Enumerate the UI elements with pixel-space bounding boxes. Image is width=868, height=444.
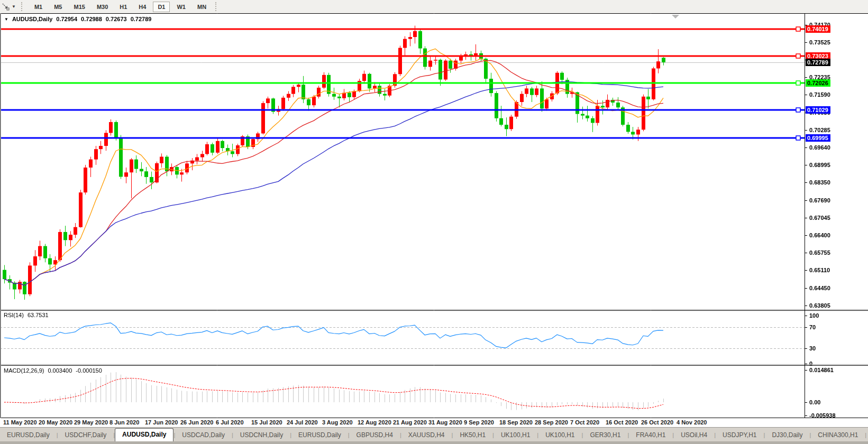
tool-dropdown-caret[interactable]: ▼ <box>12 4 16 9</box>
chart-tab-uk100-h1[interactable]: UK100,H1 <box>538 429 581 441</box>
time-axis-label: 21 Aug 2020 <box>393 419 427 426</box>
time-axis-label: 11 May 2020 <box>3 419 37 426</box>
cursor-tool-icon[interactable] <box>1 3 11 11</box>
time-axis-label: 6 Jul 2020 <box>216 419 244 426</box>
timeframe-w1[interactable]: W1 <box>172 2 190 12</box>
rsi-header: RSI(14) 63.7531 <box>4 312 49 318</box>
time-axis-label: 16 Oct 2020 <box>606 419 638 426</box>
toolbar-grip[interactable] <box>21 2 24 11</box>
time-axis-label: 26 Oct 2020 <box>641 419 673 426</box>
chart-tab-usdchf-daily[interactable]: USDCHF,Daily <box>58 429 114 441</box>
chart-tab-ger30-h1[interactable]: GER30,H1 <box>583 429 627 441</box>
timeframe-h4[interactable]: H4 <box>134 2 151 12</box>
time-axis-label: 8 Jun 2020 <box>109 419 139 426</box>
toolbar-grip-2 <box>215 2 218 11</box>
price-chart-canvas[interactable] <box>0 13 868 419</box>
time-axis-label: 31 Aug 2020 <box>428 419 462 426</box>
macd-label: MACD(12,26,9) <box>4 367 44 374</box>
timeframe-h1[interactable]: H1 <box>115 2 132 12</box>
time-axis-label: 4 Nov 2020 <box>677 419 707 426</box>
chart-low-value: 0.72673 <box>106 16 127 22</box>
timeframe-d1[interactable]: D1 <box>153 2 170 12</box>
chart-tab-usdcad-daily[interactable]: USDCAD,Daily <box>175 429 232 441</box>
chart-menu-caret[interactable]: ▼ <box>4 17 8 22</box>
rsi-label: RSI(14) <box>4 312 24 318</box>
macd-signal-value: -0.000150 <box>76 367 102 374</box>
timeframe-m15[interactable]: M15 <box>69 2 89 12</box>
bottom-strip <box>0 441 868 444</box>
timeframe-m5[interactable]: M5 <box>49 2 67 12</box>
time-axis-label: 3 Aug 2020 <box>322 419 353 426</box>
top-toolbar: ▼ M1 M5 M15 M30 H1 H4 D1 W1 MN <box>0 0 868 13</box>
level-price-badge: 0.74019 <box>806 25 830 33</box>
chart-tab-audusd-daily[interactable]: AUDUSD,Daily <box>115 428 173 442</box>
time-axis: 11 May 202020 May 202029 May 20208 Jun 2… <box>0 418 868 427</box>
level-price-badge: 0.72026 <box>806 79 830 87</box>
chart-tab-eurusd-daily[interactable]: EURUSD,Daily <box>0 429 57 441</box>
macd-main-value: 0.003400 <box>48 367 72 374</box>
timeframe-m30[interactable]: M30 <box>92 2 113 12</box>
time-axis-label: 15 Jul 2020 <box>251 419 282 426</box>
chart-tab-usdjpy-h1[interactable]: USDJPY,H1 <box>716 429 763 441</box>
current-price-badge: 0.72789 <box>806 59 830 66</box>
chart-tab-gbpusd-h4[interactable]: GBPUSD,H4 <box>350 429 400 441</box>
time-axis-label: 20 May 2020 <box>39 419 72 426</box>
rsi-value: 63.7531 <box>28 312 49 318</box>
time-axis-label: 24 Jul 2020 <box>287 419 318 426</box>
chart-open-value: 0.72954 <box>56 16 77 22</box>
chart-header: ▼ AUDUSD,Daily 0.72954 0.72988 0.72673 0… <box>4 16 151 22</box>
time-axis-label: 7 Oct 2020 <box>570 419 599 426</box>
chart-close-value: 0.72789 <box>131 16 152 22</box>
time-axis-label: 28 Sep 2020 <box>535 419 568 426</box>
chart-tab-eurusd-daily[interactable]: EURUSD,Daily <box>291 429 348 441</box>
chart-tab-bar: EURUSD,Daily|USDCHF,Daily|AUDUSD,Daily|U… <box>0 427 868 441</box>
chart-tab-usdcnh-daily[interactable]: USDCNH,Daily <box>233 429 290 441</box>
level-price-badge: 0.69995 <box>806 134 830 142</box>
chart-high-value: 0.72988 <box>81 16 102 22</box>
chart-tab-usoil-h4[interactable]: USOil,H4 <box>674 429 714 441</box>
level-price-badge: 0.71029 <box>806 106 830 114</box>
time-axis-label: 18 Sep 2020 <box>499 419 533 426</box>
time-axis-label: 17 Jun 2020 <box>145 419 178 426</box>
chart-tab-uk100-h1[interactable]: UK100,H1 <box>494 429 537 441</box>
chart-tab-fra40-h1[interactable]: FRA40,H1 <box>629 429 672 441</box>
time-axis-label: 29 May 2020 <box>74 419 108 426</box>
time-axis-label: 26 Jun 2020 <box>180 419 213 426</box>
chart-symbol-period: AUDUSD,Daily <box>12 16 52 22</box>
chart-tab-xauusd-h4[interactable]: XAUUSD,H4 <box>401 429 452 441</box>
time-axis-label: 12 Aug 2020 <box>358 419 391 426</box>
macd-header: MACD(12,26,9) 0.003400 -0.000150 <box>4 367 102 374</box>
chart-tab-hk50-h1[interactable]: HK50,H1 <box>453 429 492 441</box>
chart-shift-marker-icon[interactable] <box>672 15 679 18</box>
chart-tab-dj30-daily[interactable]: DJ30,Daily <box>765 429 809 441</box>
timeframe-mn[interactable]: MN <box>193 2 211 12</box>
chart-tab-china300-h1[interactable]: CHINA300,H1 <box>811 429 865 441</box>
time-axis-label: 9 Sep 2020 <box>464 419 494 426</box>
timeframe-m1[interactable]: M1 <box>30 2 47 12</box>
